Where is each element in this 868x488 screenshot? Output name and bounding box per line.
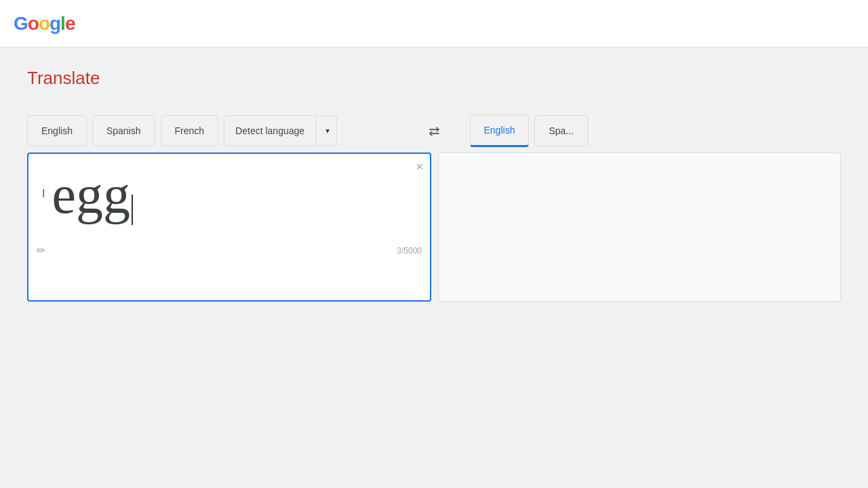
textarea-bottom-bar: ✏ 3/5000 bbox=[28, 239, 430, 262]
source-textarea-wrapper: × I egg ✏ 3/5000 bbox=[27, 152, 431, 302]
target-lang-side: English Spa... bbox=[470, 115, 842, 147]
text-input-area: I egg bbox=[28, 154, 430, 239]
pencil-icon[interactable]: ✏ bbox=[37, 244, 45, 257]
language-bar: English Spanish French Detect language ▾… bbox=[27, 109, 841, 152]
detect-dropdown-button[interactable]: ▾ bbox=[319, 116, 337, 146]
chevron-down-icon: ▾ bbox=[326, 126, 330, 136]
source-english-button[interactable]: English bbox=[27, 115, 87, 146]
input-text-display: egg bbox=[52, 167, 133, 225]
character-count: 3/5000 bbox=[397, 246, 422, 256]
detect-language-button[interactable]: Detect language bbox=[224, 115, 316, 146]
header: Google bbox=[0, 0, 868, 47]
text-cursor-indicator: I bbox=[42, 188, 45, 200]
page-content: Translate English Spanish French Detect … bbox=[0, 47, 868, 322]
page-title: Translate bbox=[27, 68, 841, 89]
source-lang-side: English Spanish French Detect language ▾ bbox=[27, 115, 399, 146]
target-spanish-button[interactable]: Spa... bbox=[534, 115, 588, 146]
source-text: egg bbox=[52, 165, 130, 224]
swap-languages-button[interactable]: ⇄ bbox=[419, 117, 450, 144]
translation-area: × I egg ✏ 3/5000 bbox=[27, 152, 841, 302]
target-english-button[interactable]: English bbox=[470, 115, 530, 147]
source-spanish-button[interactable]: Spanish bbox=[92, 115, 155, 146]
swap-icon: ⇄ bbox=[429, 123, 440, 138]
swap-area: ⇄ bbox=[399, 117, 470, 144]
text-cursor-line bbox=[132, 195, 133, 225]
target-spanish-label: Spa... bbox=[549, 125, 574, 136]
target-textarea-wrapper bbox=[438, 152, 841, 302]
translator: English Spanish French Detect language ▾… bbox=[27, 109, 841, 302]
google-logo: Google bbox=[14, 13, 75, 35]
source-french-button[interactable]: French bbox=[161, 115, 219, 146]
clear-text-button[interactable]: × bbox=[416, 161, 423, 173]
